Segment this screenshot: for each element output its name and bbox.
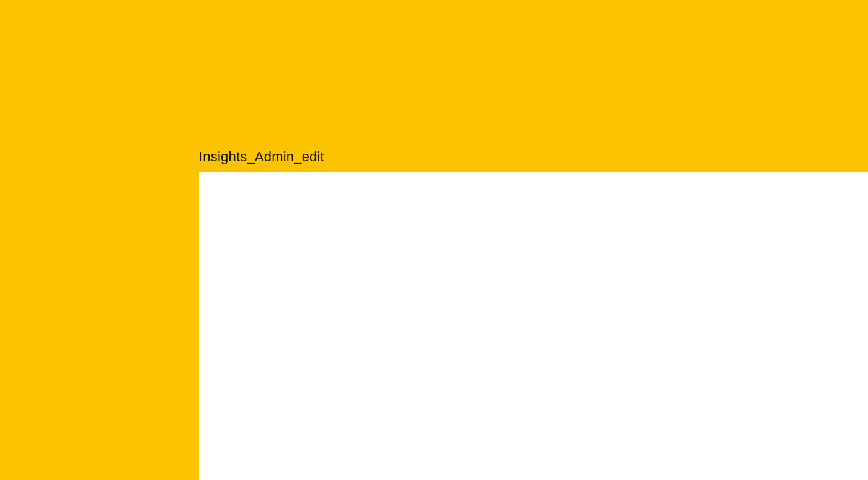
content-area [199,172,868,480]
page-title: Insights_Admin_edit [199,149,324,165]
sidebar-band [0,0,199,480]
